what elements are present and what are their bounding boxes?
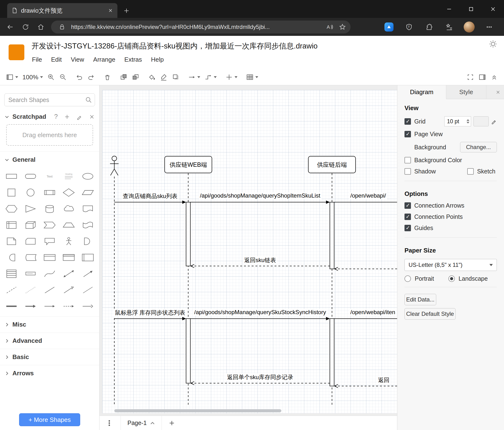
shape-cylinder[interactable] (40, 201, 59, 217)
shape-bidirectional-arrow[interactable] (59, 266, 78, 282)
guides-checkbox[interactable] (405, 225, 411, 231)
shape-callout[interactable] (40, 233, 59, 249)
scratchpad-header[interactable]: Scratchpad ? (0, 111, 99, 123)
copilot-icon[interactable] (382, 20, 396, 33)
sidebar-section-advanced[interactable]: Advanced (0, 333, 99, 349)
tampermonkey-icon[interactable]: T (402, 20, 416, 33)
back-icon[interactable] (3, 20, 17, 34)
url-text[interactable]: https://file.kkview.cn/onlinePreview?url… (71, 24, 321, 30)
shape-circle[interactable] (21, 184, 40, 201)
shape-triangle[interactable] (21, 201, 40, 217)
message-label[interactable]: /open/webapi/ (349, 192, 387, 199)
shape-process[interactable] (40, 184, 59, 201)
background-color-checkbox[interactable] (405, 157, 411, 163)
shape-cloud[interactable] (59, 201, 78, 217)
shape-list-item[interactable] (21, 266, 40, 282)
sidebar-section-general[interactable]: General (0, 151, 99, 168)
sidebar-section-arrows[interactable]: Arrows (0, 365, 99, 381)
pages-menu-icon[interactable] (99, 420, 115, 427)
shape-actor[interactable] (59, 233, 78, 249)
shape-parallelogram[interactable] (78, 184, 97, 201)
shape-data-storage[interactable] (21, 249, 40, 266)
change-background-button[interactable]: Change... (460, 142, 497, 152)
shape-diamond[interactable] (59, 184, 78, 201)
message-arrow-2[interactable] (190, 200, 330, 204)
search-input[interactable] (4, 93, 95, 106)
close-icon[interactable] (89, 114, 95, 120)
home-icon[interactable] (34, 20, 48, 34)
grid-checkbox[interactable] (405, 118, 411, 125)
connection-arrows-checkbox[interactable] (405, 202, 411, 209)
shape-cube[interactable] (21, 217, 40, 233)
fill-color-button[interactable] (146, 72, 158, 83)
minimize-button[interactable] (438, 0, 460, 18)
message-label[interactable]: 返回 (377, 376, 391, 384)
zoom-out-button[interactable] (57, 72, 69, 83)
zoom-in-button[interactable] (45, 72, 57, 83)
shape-hexagon[interactable] (2, 201, 21, 217)
grid-color-swatch[interactable] (473, 116, 489, 126)
shadow-button[interactable] (170, 72, 182, 83)
page-tab[interactable]: Page-1 (120, 416, 162, 430)
read-aloud-icon[interactable]: A (324, 21, 335, 32)
shape-trapezoid[interactable] (59, 217, 78, 233)
return-arrow-right-2[interactable] (334, 384, 397, 388)
undo-button[interactable] (73, 72, 85, 83)
close-panel-icon[interactable] (495, 90, 501, 95)
table-button[interactable] (244, 72, 260, 83)
shape-text[interactable]: Text (40, 168, 59, 184)
message-label[interactable]: 返回单个sku库存同步记录 (226, 373, 294, 381)
shape-curve[interactable] (40, 266, 59, 282)
menu-file[interactable]: File (32, 56, 42, 63)
shape-arrow-solid[interactable] (21, 298, 40, 314)
shape-arrow-thin[interactable] (40, 298, 59, 314)
fullscreen-button[interactable] (464, 72, 476, 83)
theme-toggle-icon[interactable] (489, 40, 497, 48)
message-label[interactable]: 查询店铺商品sku列表 (121, 192, 179, 200)
shape-tape[interactable] (78, 217, 97, 233)
message-label[interactable]: /api/goods/shopManage/queryShopItemSkuLi… (199, 192, 321, 199)
sketch-checkbox[interactable] (467, 168, 474, 175)
shape-diagonal-line[interactable] (78, 282, 97, 298)
return-arrow-1[interactable] (191, 264, 330, 268)
browser-tab[interactable]: drawio文件预览 (7, 3, 117, 18)
menu-edit[interactable]: Edit (51, 56, 62, 63)
redo-button[interactable] (85, 72, 97, 83)
menu-help[interactable]: Help (151, 56, 164, 63)
profile-avatar-icon[interactable] (462, 20, 476, 33)
connection-style-button[interactable] (186, 72, 202, 83)
favorites-hub-icon[interactable] (442, 20, 456, 33)
shape-arrow[interactable] (78, 266, 97, 282)
more-shapes-button[interactable]: + More Shapes (19, 413, 80, 426)
tab-style[interactable]: Style (446, 85, 486, 99)
new-tab-icon[interactable] (123, 7, 130, 14)
actor-figure[interactable] (110, 156, 119, 175)
activation-bar-web-1[interactable] (186, 202, 190, 266)
shape-square[interactable] (2, 184, 21, 201)
lifeline-backend[interactable]: 供应链后端 (308, 156, 356, 173)
menu-view[interactable]: View (71, 56, 84, 63)
shape-ellipse[interactable] (78, 168, 97, 184)
address-bar[interactable]: https://file.kkview.cn/onlinePreview?url… (51, 20, 351, 33)
message-arrow-5[interactable] (190, 317, 330, 320)
lifeline-web[interactable]: 供应链WEB端 (164, 156, 212, 173)
shape-dotted-line[interactable] (21, 282, 40, 298)
sidebar-section-misc[interactable]: Misc (0, 316, 99, 333)
edit-data-button[interactable]: Edit Data... (405, 294, 436, 305)
shape-textbox[interactable]: Heading (59, 168, 78, 184)
shape-or[interactable] (78, 233, 97, 249)
add-icon[interactable] (64, 114, 70, 120)
extensions-icon[interactable] (422, 20, 436, 33)
waypoint-style-button[interactable] (202, 72, 219, 83)
shape-directional-arrow[interactable] (59, 282, 78, 298)
shape-container-vertical[interactable] (78, 249, 97, 266)
zoom-dropdown[interactable]: 100% (20, 72, 45, 83)
shape-container-title[interactable] (59, 249, 78, 266)
activation-bar-web-2[interactable] (186, 319, 190, 383)
connection-points-checkbox[interactable] (405, 214, 411, 220)
to-back-button[interactable] (130, 72, 142, 83)
format-panel-button[interactable] (476, 72, 488, 83)
shape-rounded-rectangle[interactable] (21, 168, 40, 184)
message-label[interactable]: /api/goods/shopManage/querySkuStockSyncH… (193, 309, 327, 316)
edit-icon[interactable] (76, 114, 82, 120)
